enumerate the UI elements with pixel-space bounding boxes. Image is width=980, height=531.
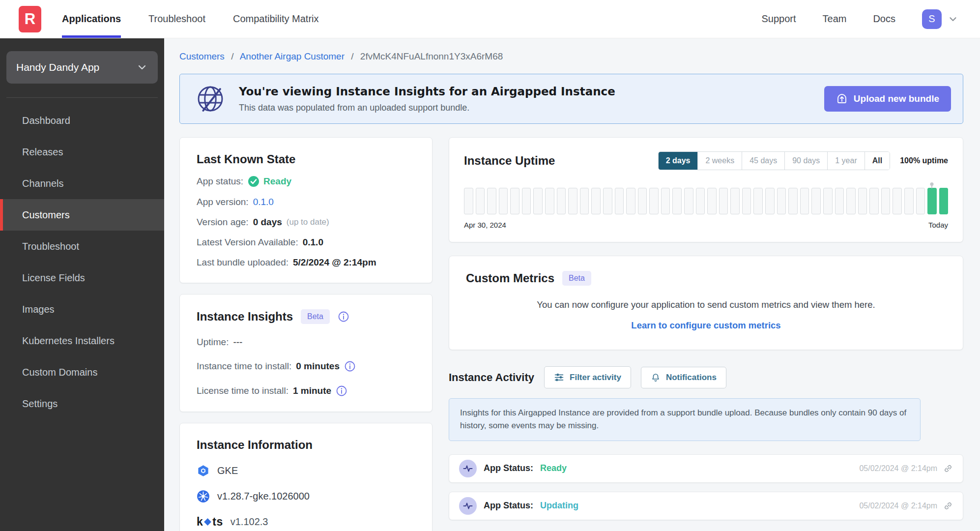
uptime-bar-empty — [476, 188, 485, 214]
app-selector-dropdown[interactable]: Handy Dandy App — [6, 51, 158, 84]
custom-metrics-card: Custom Metrics Beta You can now configur… — [449, 256, 963, 350]
sidebar-item-channels[interactable]: Channels — [0, 168, 164, 199]
airgap-banner: You're viewing Instance Insights for an … — [179, 74, 963, 124]
card-title: Last Known State — [197, 152, 415, 166]
activity-timestamp: 05/02/2024 @ 2:14pm — [859, 502, 937, 510]
breadcrumb-separator: / — [351, 51, 353, 61]
card-title: Custom Metrics — [466, 271, 554, 285]
account-menu[interactable]: S — [922, 9, 958, 29]
uptime-range-90-days[interactable]: 90 days — [785, 152, 828, 170]
secondary-nav: Support Team Docs S — [761, 0, 958, 38]
app-version-label: App version: — [197, 197, 249, 207]
uptime-bar-empty — [649, 188, 659, 214]
uptime-bar-empty — [661, 188, 670, 214]
uptime-bar-empty — [916, 188, 925, 214]
uptime-bar-empty — [788, 188, 798, 214]
permalink-icon[interactable] — [943, 464, 953, 473]
sidebar-item-troubleshoot[interactable]: Troubleshoot — [0, 231, 164, 262]
kots-logo: k ts — [197, 515, 223, 529]
card-title: Instance Insights — [197, 310, 293, 324]
primary-nav: Applications Troubleshoot Compatibility … — [62, 0, 319, 38]
uptime-percentage: 100% uptime — [900, 156, 948, 165]
instance-information-card: Instance Information GKE v1.28.7-gke.102… — [179, 423, 432, 531]
gke-icon — [197, 464, 210, 477]
last-known-state-card: Last Known State App status: Ready App v… — [179, 137, 432, 283]
latest-version-label: Latest Version Available: — [197, 237, 298, 248]
uptime-range-1-year[interactable]: 1 year — [828, 152, 865, 170]
nav-support[interactable]: Support — [761, 11, 796, 27]
nav-applications[interactable]: Applications — [62, 0, 121, 38]
sidebar-item-dashboard[interactable]: Dashboard — [0, 105, 164, 136]
uptime-bar-empty — [568, 188, 577, 214]
uptime-bar-empty — [522, 188, 531, 214]
uptime-bar-empty — [753, 188, 763, 214]
top-header: R Applications Troubleshoot Compatibilit… — [0, 0, 980, 38]
instance-uptime-card: Instance Uptime 2 days2 weeks45 days90 d… — [449, 137, 963, 242]
uptime-bar-empty — [719, 188, 728, 214]
card-title: Instance Information — [197, 438, 415, 452]
uptime-label: Uptime: — [197, 337, 229, 348]
breadcrumb-customers[interactable]: Customers — [179, 51, 225, 61]
uptime-range-45-days[interactable]: 45 days — [742, 152, 785, 170]
nav-team[interactable]: Team — [823, 11, 847, 27]
replicated-logo[interactable]: R — [19, 6, 41, 32]
sidebar-item-releases[interactable]: Releases — [0, 136, 164, 168]
avatar[interactable]: S — [922, 9, 942, 29]
last-bundle-label: Last bundle uploaded: — [197, 257, 288, 268]
instance-insights-card: Instance Insights Beta Uptime: --- Insta… — [179, 294, 432, 412]
version-age-label: Version age: — [197, 217, 249, 228]
permalink-icon[interactable] — [943, 501, 953, 511]
uptime-bar-empty — [696, 188, 705, 214]
uptime-bar-up — [939, 188, 949, 214]
notifications-button[interactable]: Notifications — [641, 367, 726, 388]
k8s-version-value: v1.28.7-gke.1026000 — [217, 491, 310, 502]
sidebar-item-images[interactable]: Images — [0, 294, 164, 325]
filter-activity-button[interactable]: Filter activity — [544, 366, 631, 388]
breadcrumb-customer-name[interactable]: Another Airgap Customer — [240, 51, 345, 61]
uptime-bar-empty — [510, 188, 519, 214]
sidebar-item-customers[interactable]: Customers — [0, 199, 164, 231]
sidebar-item-custom-domains[interactable]: Custom Domains — [0, 356, 164, 388]
pulse-icon — [459, 497, 477, 515]
uptime-bar-empty — [464, 188, 473, 214]
breadcrumb-instance-id: 2fvMcK4NFuALfnonn1Y3xA6rM68 — [360, 51, 503, 61]
uptime-bar-empty — [615, 188, 624, 214]
kots-version-value: v1.102.3 — [231, 516, 268, 528]
sidebar-item-kubernetes-installers[interactable]: Kubernetes Installers — [0, 325, 164, 356]
uptime-bar-empty — [533, 188, 543, 214]
airgap-activity-note: Insights for this Airgapped Instance are… — [449, 398, 921, 441]
uptime-bar-empty — [742, 188, 751, 214]
card-title: Instance Uptime — [464, 154, 555, 168]
activity-row[interactable]: App Status: Updating 05/02/2024 @ 2:14pm — [449, 492, 963, 520]
upload-new-bundle-button[interactable]: Upload new bundle — [824, 86, 951, 112]
uptime-bars — [464, 188, 948, 214]
uptime-bar-empty — [684, 188, 693, 214]
sidebar-item-license-fields[interactable]: License Fields — [0, 262, 164, 294]
sidebar: Handy Dandy App DashboardReleasesChannel… — [0, 38, 164, 531]
main-content: Customers / Another Airgap Customer / 2f… — [164, 38, 980, 531]
chevron-down-icon — [136, 61, 148, 73]
info-icon[interactable] — [338, 311, 349, 323]
instance-ttinstall-value: 0 minutes — [296, 361, 340, 372]
uptime-range-all[interactable]: All — [865, 152, 890, 170]
activity-timestamp: 05/02/2024 @ 2:14pm — [859, 464, 937, 473]
app-version-link[interactable]: 0.1.0 — [253, 197, 274, 207]
version-age-value: 0 days — [253, 217, 282, 228]
uptime-bar-empty — [545, 188, 554, 214]
info-icon[interactable] — [336, 385, 347, 397]
configure-custom-metrics-link[interactable]: Learn to configure custom metrics — [466, 320, 946, 331]
nav-docs[interactable]: Docs — [873, 11, 895, 27]
uptime-bar-empty — [846, 188, 856, 214]
uptime-range-2-days[interactable]: 2 days — [659, 152, 698, 170]
uptime-range-2-weeks[interactable]: 2 weeks — [698, 152, 742, 170]
sidebar-nav: DashboardReleasesChannelsCustomersTroubl… — [0, 105, 164, 419]
distribution-value: GKE — [217, 465, 238, 476]
nav-compatibility-matrix[interactable]: Compatibility Matrix — [233, 0, 318, 38]
uptime-bar-empty — [811, 188, 821, 214]
sidebar-item-settings[interactable]: Settings — [0, 388, 164, 419]
uptime-bar-empty — [707, 188, 717, 214]
license-ttinstall-label: License time to install: — [197, 385, 288, 396]
nav-troubleshoot[interactable]: Troubleshoot — [148, 0, 205, 38]
activity-row[interactable]: App Status: Ready 05/02/2024 @ 2:14pm — [449, 454, 963, 483]
info-icon[interactable] — [344, 360, 356, 372]
